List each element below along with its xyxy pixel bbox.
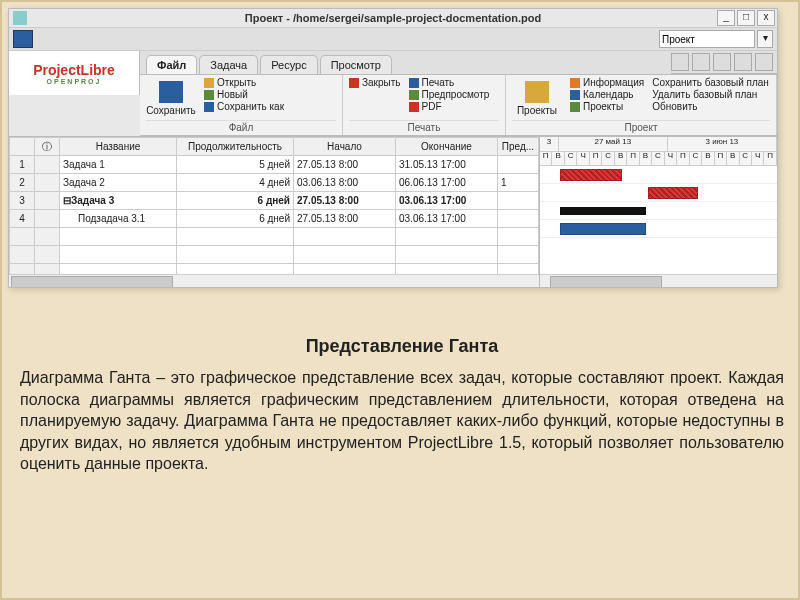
col-start[interactable]: Начало <box>294 138 396 156</box>
group-label-print: Печать <box>349 120 499 133</box>
open-icon <box>204 78 214 88</box>
save-button[interactable]: Сохранить <box>146 77 196 120</box>
group-label-project: Проект <box>512 120 770 133</box>
projectlibre-window: Проект - /home/sergei/sample-project-doc… <box>8 8 778 288</box>
print-button[interactable]: Печать <box>409 77 490 88</box>
window-title: Проект - /home/sergei/sample-project-doc… <box>245 12 541 24</box>
refresh-button[interactable]: Обновить <box>652 101 769 112</box>
ribbon-group-project: Проекты Информация Календарь Проекты Сох… <box>506 75 777 135</box>
gantt-summary-bar[interactable] <box>560 207 646 215</box>
table-row[interactable]: 1 Задача 1 5 дней 27.05.13 8:00 31.05.13… <box>10 156 539 174</box>
nav-left-icon[interactable] <box>671 53 689 71</box>
open-button[interactable]: Открыть <box>204 77 284 88</box>
day-scale: П В С Ч П С В П В С Ч П С В П В С <box>540 151 777 165</box>
app-icon <box>13 11 27 25</box>
gantt-row[interactable] <box>540 202 777 220</box>
minimize-button[interactable]: _ <box>717 10 735 26</box>
delete-baseline-button[interactable]: Удалить базовый план <box>652 89 769 100</box>
tab-resource[interactable]: Ресурс <box>260 55 317 74</box>
help-icon[interactable] <box>755 53 773 71</box>
new-icon <box>204 90 214 100</box>
col-num[interactable] <box>10 138 35 156</box>
project-combo[interactable] <box>659 30 755 48</box>
project-combo-dropdown-icon[interactable]: ▾ <box>757 30 773 48</box>
logo-text: ProjectLibre <box>33 62 115 78</box>
info-button[interactable]: Информация <box>570 77 644 88</box>
gantt-bar[interactable] <box>560 169 622 181</box>
gantt-row[interactable] <box>540 220 777 238</box>
scroll-thumb[interactable] <box>550 276 662 287</box>
gantt-row[interactable] <box>540 184 777 202</box>
table-row[interactable]: 3 ⊟Задача 3 6 дней 27.05.13 8:00 03.06.1… <box>10 192 539 210</box>
nav-right-icon[interactable] <box>692 53 710 71</box>
pdf-icon <box>409 102 419 112</box>
slide-body: Диаграмма Ганта – это графическое предст… <box>20 367 784 475</box>
close-icon <box>349 78 359 88</box>
tab-view[interactable]: Просмотр <box>320 55 392 74</box>
projects-button[interactable]: Проекты <box>512 77 562 120</box>
timescale: 3 27 май 13 3 июн 13 П В С Ч П С В П В С… <box>540 137 777 166</box>
save-label: Сохранить <box>146 105 196 116</box>
scroll-thumb[interactable] <box>11 276 173 287</box>
ribbon: Сохранить Открыть Новый Сохранить как Фа… <box>140 75 777 136</box>
projects2-button[interactable]: Проекты <box>570 101 644 112</box>
col-name[interactable]: Название <box>60 138 177 156</box>
grid-hscroll[interactable] <box>9 274 539 287</box>
preview-icon <box>409 90 419 100</box>
projects2-icon <box>570 102 580 112</box>
calendar-button[interactable]: Календарь <box>570 89 644 100</box>
resource-icon[interactable] <box>734 53 752 71</box>
table-row[interactable] <box>10 246 539 264</box>
new-button[interactable]: Новый <box>204 89 284 100</box>
quick-toolbar: ▾ <box>9 28 777 51</box>
close-button[interactable]: x <box>757 10 775 26</box>
gantt-view: ⓘ Название Продолжительность Начало Окон… <box>9 136 777 287</box>
logo-subtext: OPENPROJ <box>47 78 102 85</box>
col-finish[interactable]: Окончание <box>396 138 498 156</box>
nav-icons <box>671 51 777 74</box>
close-file-button[interactable]: Закрыть <box>349 77 401 88</box>
print-icon <box>409 78 419 88</box>
projects-label: Проекты <box>517 105 557 116</box>
group-label-file: Файл <box>146 120 336 133</box>
gantt-row[interactable] <box>540 166 777 184</box>
projects-icon <box>525 81 549 103</box>
ribbon-group-file: Сохранить Открыть Новый Сохранить как Фа… <box>140 75 343 135</box>
col-pred[interactable]: Пред... <box>498 138 539 156</box>
tab-task[interactable]: Задача <box>199 55 258 74</box>
save-baseline-button[interactable]: Сохранить базовый план <box>652 77 769 88</box>
ribbon-group-print: Закрыть Печать Предпросмотр PDF Печать <box>343 75 506 135</box>
slide-text: Представление Ганта Диаграмма Ганта – эт… <box>20 330 784 475</box>
table-row[interactable]: 2 Задача 2 4 дней 03.06.13 8:00 06.06.13… <box>10 174 539 192</box>
calendar-icon <box>570 90 580 100</box>
task-grid[interactable]: ⓘ Название Продолжительность Начало Окон… <box>9 137 540 287</box>
col-info[interactable]: ⓘ <box>35 138 60 156</box>
slide-heading: Представление Ганта <box>20 336 784 357</box>
table-row[interactable] <box>10 228 539 246</box>
save-icon <box>159 81 183 103</box>
chart-icon[interactable] <box>713 53 731 71</box>
saveas-button[interactable]: Сохранить как <box>204 101 284 112</box>
table-row[interactable]: 4 Подзадача 3.1 6 дней 27.05.13 8:00 03.… <box>10 210 539 228</box>
preview-button[interactable]: Предпросмотр <box>409 89 490 100</box>
logo: ProjectLibre OPENPROJ <box>9 51 140 95</box>
ribbon-tabs: Файл Задача Ресурс Просмотр <box>140 52 394 74</box>
quick-save-icon[interactable] <box>13 30 33 48</box>
tab-file[interactable]: Файл <box>146 55 197 74</box>
gantt-bar[interactable] <box>648 187 698 199</box>
saveas-icon <box>204 102 214 112</box>
gantt-bar[interactable] <box>560 223 646 235</box>
pdf-button[interactable]: PDF <box>409 101 490 112</box>
gantt-chart[interactable]: 3 27 май 13 3 июн 13 П В С Ч П С В П В С… <box>540 137 777 287</box>
titlebar: Проект - /home/sergei/sample-project-doc… <box>9 9 777 28</box>
info-icon <box>570 78 580 88</box>
col-duration[interactable]: Продолжительность <box>177 138 294 156</box>
maximize-button[interactable]: □ <box>737 10 755 26</box>
gantt-hscroll[interactable] <box>540 274 777 287</box>
